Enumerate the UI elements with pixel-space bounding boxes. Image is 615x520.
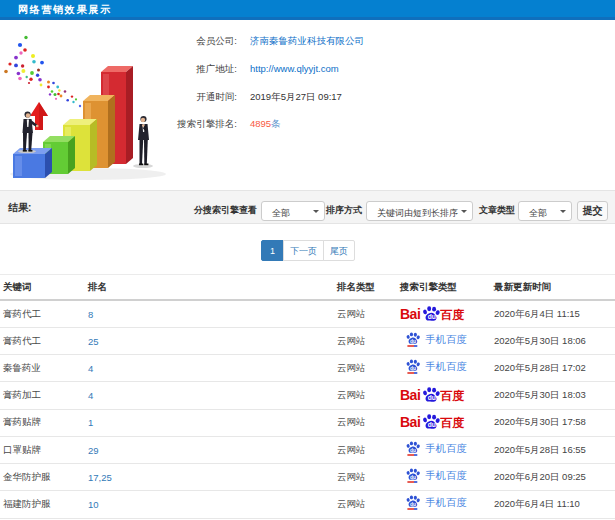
mobile-baidu-paw-icon: du <box>405 441 420 457</box>
col-rank: 排名 <box>86 275 335 301</box>
rank-type-cell: 云网站 <box>335 409 398 436</box>
rank-count-label: 搜索引擎排名: <box>177 118 237 131</box>
info-row-rank-count: 搜索引擎排名: 4895条 <box>0 118 440 132</box>
mobile-du-text: du <box>410 448 416 453</box>
rank-type-cell: 云网站 <box>335 464 398 491</box>
engine-cell: du手机百度 <box>398 464 488 491</box>
table-row: 膏药贴牌 1 云网站 Baidu百度 2020年5月30日 17:58 <box>0 409 615 436</box>
engine-filter-label: 分搜索引擎查看 <box>194 204 257 217</box>
engine-cell: du手机百度 <box>398 355 488 382</box>
rank-type-cell: 云网站 <box>335 382 398 409</box>
baidu-paw-icon: du <box>421 305 440 322</box>
baidu-du-text: du <box>428 313 436 320</box>
baidu-paw-icon: du <box>421 386 440 403</box>
opened-value: 2019年5月27日 09:17 <box>250 91 342 104</box>
rank-count-suffix: 条 <box>271 118 281 129</box>
next-page-button[interactable]: 下一页 <box>283 240 324 261</box>
mobile-baidu-logo: du手机百度 <box>405 468 467 484</box>
keyword-cell: 秦鲁药业 <box>0 355 86 382</box>
article-filter-select[interactable]: 全部 <box>518 201 572 221</box>
mobile-baidu-logo: du手机百度 <box>405 332 467 348</box>
baidu-du-text: du <box>428 394 436 401</box>
rank-type-cell: 云网站 <box>335 300 398 327</box>
info-row-company: 会员公司: 济南秦鲁药业科技有限公司 <box>0 35 440 49</box>
baidu-wordmark: Bai <box>400 307 420 322</box>
mobile-baidu-label: 手机百度 <box>425 442 467 456</box>
engine-cell: Baidu百度 <box>398 409 488 436</box>
rank-link[interactable]: 25 <box>88 336 99 347</box>
rank-cell: 10 <box>86 491 335 518</box>
time-cell: 2020年5月28日 16:55 <box>488 436 615 463</box>
baidu-logo: Baidu百度 <box>400 386 464 403</box>
info-row-url: 推广地址: http://www.qlyyjt.com <box>0 63 440 77</box>
page-1-button[interactable]: 1 <box>261 240 284 261</box>
time-cell: 2020年5月30日 18:03 <box>488 382 615 409</box>
engine-cell: du手机百度 <box>398 436 488 463</box>
rank-link[interactable]: 4 <box>88 390 93 401</box>
keyword-rank-table: 关键词 排名 排名类型 搜索引擎类型 最新更新时间 膏药代工 8 云网站 Bai… <box>0 274 615 520</box>
engine-filter-select[interactable]: 全部 <box>261 201 325 221</box>
pagination: 1 下一页 尾页 <box>261 240 355 261</box>
rank-cell: 1 <box>86 409 335 436</box>
rank-cell: 8 <box>86 300 335 327</box>
rank-type-cell: 云网站 <box>335 436 398 463</box>
company-label: 会员公司: <box>196 35 237 48</box>
sort-filter-label: 排序方式 <box>326 204 362 217</box>
time-cell: 2020年5月28日 17:02 <box>488 355 615 382</box>
table-row: 秦鲁药业 4 云网站 du手机百度 2020年5月28日 17:02 <box>0 355 615 382</box>
rank-link[interactable]: 17,25 <box>88 472 112 483</box>
baidu-logo: Baidu百度 <box>400 305 464 322</box>
baidu-cjk-wordmark: 百度 <box>440 389 464 403</box>
table-row: 膏药代工 25 云网站 du手机百度 2020年5月30日 18:06 <box>0 328 615 355</box>
sort-filter-select[interactable]: 关键词由短到长排序 <box>366 201 473 221</box>
mobile-du-text: du <box>410 366 416 371</box>
time-cell: 2020年6月20日 09:25 <box>488 464 615 491</box>
engine-filter-value: 全部 <box>272 207 290 220</box>
table-body: 膏药代工 8 云网站 Baidu百度 2020年6月4日 11:15 膏药代工 … <box>0 300 615 520</box>
table-row: 福建防护服 10 云网站 du手机百度 2020年6月4日 11:10 <box>0 491 615 518</box>
mobile-baidu-paw-icon: du <box>405 332 420 348</box>
col-engine-type: 搜索引擎类型 <box>398 275 488 301</box>
col-keyword: 关键词 <box>0 275 86 301</box>
engine-cell: du手机百度 <box>398 491 488 518</box>
rank-link[interactable]: 8 <box>88 309 93 320</box>
time-cell: 2020年6月4日 11:10 <box>488 491 615 518</box>
mobile-du-text: du <box>410 502 416 507</box>
chevron-down-icon <box>313 210 319 213</box>
rank-cell: 25 <box>86 328 335 355</box>
info-section: 会员公司: 济南秦鲁药业科技有限公司 推广地址: http://www.qlyy… <box>0 20 615 190</box>
promotion-url-link[interactable]: http://www.qlyyjt.com <box>250 63 339 74</box>
page-title: 网络营销效果展示 <box>18 3 112 17</box>
rank-link[interactable]: 10 <box>88 499 99 510</box>
rank-cell: 4 <box>86 382 335 409</box>
company-link[interactable]: 济南秦鲁药业科技有限公司 <box>250 35 364 48</box>
rank-link[interactable]: 29 <box>88 445 99 456</box>
opened-label: 开通时间: <box>196 91 237 104</box>
baidu-du-text: du <box>428 422 436 429</box>
engine-cell: Baidu百度 <box>398 382 488 409</box>
rank-type-cell: 云网站 <box>335 355 398 382</box>
rank-link[interactable]: 1 <box>88 417 93 428</box>
mobile-baidu-label: 手机百度 <box>425 496 467 510</box>
url-label: 推广地址: <box>196 63 237 76</box>
col-update-time: 最新更新时间 <box>488 275 615 301</box>
mobile-baidu-paw-icon: du <box>405 468 420 484</box>
mobile-baidu-paw-icon: du <box>405 495 420 511</box>
table-header-row: 关键词 排名 排名类型 搜索引擎类型 最新更新时间 <box>0 275 615 301</box>
submit-button[interactable]: 提交 <box>577 201 608 221</box>
time-cell: 2020年5月30日 18:06 <box>488 328 615 355</box>
col-rank-type: 排名类型 <box>335 275 398 301</box>
rank-link[interactable]: 4 <box>88 363 93 374</box>
rank-cell: 17,25 <box>86 464 335 491</box>
baidu-wordmark: Bai <box>400 388 420 403</box>
rank-cell: 29 <box>86 436 335 463</box>
last-page-button[interactable]: 尾页 <box>323 240 355 261</box>
baidu-wordmark: Bai <box>400 415 420 430</box>
mobile-du-text: du <box>410 475 416 480</box>
keyword-cell: 口罩贴牌 <box>0 436 86 463</box>
page: 网络营销效果展示 <box>0 0 615 520</box>
rank-type-cell: 云网站 <box>335 491 398 518</box>
chevron-down-icon <box>461 210 467 213</box>
title-bar: 网络营销效果展示 <box>0 0 615 20</box>
keyword-cell: 膏药加工 <box>0 382 86 409</box>
